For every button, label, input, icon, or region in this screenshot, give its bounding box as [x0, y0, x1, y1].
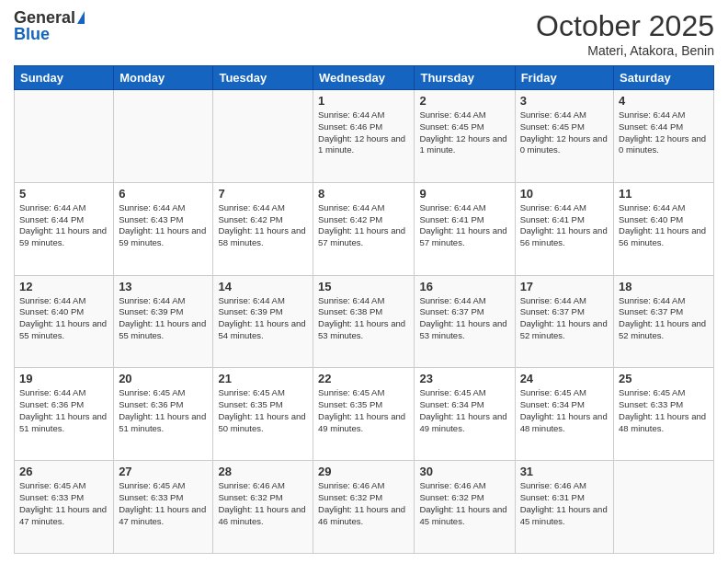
calendar-cell: 8Sunrise: 6:44 AM Sunset: 6:42 PM Daylig… — [313, 182, 415, 275]
day-info: Sunrise: 6:44 AM Sunset: 6:41 PM Dayligh… — [520, 202, 609, 249]
day-number: 16 — [419, 280, 509, 293]
calendar-cell: 19Sunrise: 6:44 AM Sunset: 6:36 PM Dayli… — [15, 368, 114, 461]
day-info: Sunrise: 6:44 AM Sunset: 6:46 PM Dayligh… — [318, 109, 409, 156]
calendar-cell: 30Sunrise: 6:46 AM Sunset: 6:32 PM Dayli… — [415, 461, 515, 554]
calendar-cell: 9Sunrise: 6:44 AM Sunset: 6:41 PM Daylig… — [415, 182, 515, 275]
calendar-cell: 17Sunrise: 6:44 AM Sunset: 6:37 PM Dayli… — [515, 275, 613, 368]
day-number: 18 — [619, 280, 709, 293]
day-info: Sunrise: 6:44 AM Sunset: 6:40 PM Dayligh… — [619, 202, 709, 249]
calendar-cell — [114, 90, 213, 183]
day-number: 11 — [619, 187, 709, 201]
calendar-cell: 10Sunrise: 6:44 AM Sunset: 6:41 PM Dayli… — [515, 182, 613, 275]
day-info: Sunrise: 6:44 AM Sunset: 6:44 PM Dayligh… — [19, 202, 108, 249]
calendar-cell: 2Sunrise: 6:44 AM Sunset: 6:45 PM Daylig… — [415, 90, 515, 183]
calendar-cell: 16Sunrise: 6:44 AM Sunset: 6:37 PM Dayli… — [415, 275, 515, 368]
calendar-cell: 22Sunrise: 6:45 AM Sunset: 6:35 PM Dayli… — [313, 368, 415, 461]
day-info: Sunrise: 6:45 AM Sunset: 6:35 PM Dayligh… — [218, 387, 308, 434]
day-info: Sunrise: 6:46 AM Sunset: 6:32 PM Dayligh… — [419, 480, 509, 527]
calendar-cell: 24Sunrise: 6:45 AM Sunset: 6:34 PM Dayli… — [515, 368, 613, 461]
page: General Blue October 2025 Materi, Atakor… — [0, 0, 728, 563]
calendar-title: October 2025 — [536, 9, 714, 43]
calendar-week-row: 1Sunrise: 6:44 AM Sunset: 6:46 PM Daylig… — [15, 90, 714, 183]
day-number: 3 — [520, 94, 609, 108]
day-number: 20 — [119, 372, 208, 385]
calendar-cell — [614, 461, 714, 554]
day-info: Sunrise: 6:45 AM Sunset: 6:36 PM Dayligh… — [119, 387, 208, 434]
calendar-week-row: 19Sunrise: 6:44 AM Sunset: 6:36 PM Dayli… — [15, 368, 714, 461]
day-number: 27 — [119, 465, 208, 478]
calendar-cell: 3Sunrise: 6:44 AM Sunset: 6:45 PM Daylig… — [515, 90, 613, 183]
day-number: 29 — [318, 465, 409, 478]
day-of-week-header: Wednesday — [313, 66, 415, 90]
logo-blue-text: Blue — [14, 26, 85, 42]
day-info: Sunrise: 6:44 AM Sunset: 6:39 PM Dayligh… — [218, 295, 308, 342]
day-number: 24 — [520, 372, 609, 385]
day-info: Sunrise: 6:44 AM Sunset: 6:44 PM Dayligh… — [619, 109, 709, 156]
day-info: Sunrise: 6:44 AM Sunset: 6:42 PM Dayligh… — [218, 202, 308, 249]
title-block: October 2025 Materi, Atakora, Benin — [536, 9, 714, 58]
day-number: 21 — [218, 372, 308, 385]
calendar-cell: 15Sunrise: 6:44 AM Sunset: 6:38 PM Dayli… — [313, 275, 415, 368]
calendar-cell: 18Sunrise: 6:44 AM Sunset: 6:37 PM Dayli… — [614, 275, 714, 368]
day-number: 19 — [19, 372, 108, 385]
day-number: 8 — [318, 187, 409, 201]
day-number: 9 — [419, 187, 509, 201]
day-info: Sunrise: 6:44 AM Sunset: 6:40 PM Dayligh… — [19, 295, 108, 342]
calendar-cell — [213, 90, 313, 183]
calendar-table: SundayMondayTuesdayWednesdayThursdayFrid… — [14, 65, 714, 554]
day-number: 1 — [318, 94, 409, 108]
calendar-cell: 5Sunrise: 6:44 AM Sunset: 6:44 PM Daylig… — [15, 182, 114, 275]
day-info: Sunrise: 6:44 AM Sunset: 6:45 PM Dayligh… — [520, 109, 609, 156]
day-of-week-header: Friday — [515, 66, 613, 90]
calendar-cell: 12Sunrise: 6:44 AM Sunset: 6:40 PM Dayli… — [15, 275, 114, 368]
calendar-cell: 29Sunrise: 6:46 AM Sunset: 6:32 PM Dayli… — [313, 461, 415, 554]
calendar-cell — [15, 90, 114, 183]
day-info: Sunrise: 6:45 AM Sunset: 6:34 PM Dayligh… — [520, 387, 609, 434]
calendar-cell: 31Sunrise: 6:46 AM Sunset: 6:31 PM Dayli… — [515, 461, 613, 554]
day-number: 4 — [619, 94, 709, 108]
calendar-week-row: 5Sunrise: 6:44 AM Sunset: 6:44 PM Daylig… — [15, 182, 714, 275]
day-number: 2 — [419, 94, 509, 108]
calendar-cell: 4Sunrise: 6:44 AM Sunset: 6:44 PM Daylig… — [614, 90, 714, 183]
day-of-week-header: Saturday — [614, 66, 714, 90]
logo-triangle-icon — [77, 11, 85, 24]
day-number: 22 — [318, 372, 409, 385]
calendar-cell: 13Sunrise: 6:44 AM Sunset: 6:39 PM Dayli… — [114, 275, 213, 368]
day-info: Sunrise: 6:44 AM Sunset: 6:37 PM Dayligh… — [419, 295, 509, 342]
day-number: 28 — [218, 465, 308, 478]
day-number: 23 — [419, 372, 509, 385]
day-info: Sunrise: 6:44 AM Sunset: 6:45 PM Dayligh… — [419, 109, 509, 156]
day-number: 15 — [318, 280, 409, 293]
day-info: Sunrise: 6:44 AM Sunset: 6:37 PM Dayligh… — [619, 295, 709, 342]
day-number: 10 — [520, 187, 609, 201]
day-number: 7 — [218, 187, 308, 201]
day-info: Sunrise: 6:44 AM Sunset: 6:39 PM Dayligh… — [119, 295, 208, 342]
day-info: Sunrise: 6:44 AM Sunset: 6:38 PM Dayligh… — [318, 295, 409, 342]
calendar-week-row: 26Sunrise: 6:45 AM Sunset: 6:33 PM Dayli… — [15, 461, 714, 554]
calendar-cell: 27Sunrise: 6:45 AM Sunset: 6:33 PM Dayli… — [114, 461, 213, 554]
day-number: 14 — [218, 280, 308, 293]
day-info: Sunrise: 6:44 AM Sunset: 6:43 PM Dayligh… — [119, 202, 208, 249]
day-of-week-header: Monday — [114, 66, 213, 90]
day-info: Sunrise: 6:45 AM Sunset: 6:35 PM Dayligh… — [318, 387, 409, 434]
day-info: Sunrise: 6:45 AM Sunset: 6:34 PM Dayligh… — [419, 387, 509, 434]
day-info: Sunrise: 6:44 AM Sunset: 6:37 PM Dayligh… — [520, 295, 609, 342]
day-info: Sunrise: 6:45 AM Sunset: 6:33 PM Dayligh… — [619, 387, 709, 434]
logo-general-text: General — [14, 9, 75, 26]
calendar-cell: 23Sunrise: 6:45 AM Sunset: 6:34 PM Dayli… — [415, 368, 515, 461]
day-number: 31 — [520, 465, 609, 478]
day-number: 30 — [419, 465, 509, 478]
day-number: 12 — [19, 280, 108, 293]
calendar-cell: 25Sunrise: 6:45 AM Sunset: 6:33 PM Dayli… — [614, 368, 714, 461]
calendar-cell: 14Sunrise: 6:44 AM Sunset: 6:39 PM Dayli… — [213, 275, 313, 368]
day-info: Sunrise: 6:46 AM Sunset: 6:32 PM Dayligh… — [218, 480, 308, 527]
calendar-cell: 6Sunrise: 6:44 AM Sunset: 6:43 PM Daylig… — [114, 182, 213, 275]
day-info: Sunrise: 6:46 AM Sunset: 6:32 PM Dayligh… — [318, 480, 409, 527]
day-number: 13 — [119, 280, 208, 293]
day-number: 6 — [119, 187, 208, 201]
calendar-week-row: 12Sunrise: 6:44 AM Sunset: 6:40 PM Dayli… — [15, 275, 714, 368]
day-info: Sunrise: 6:44 AM Sunset: 6:36 PM Dayligh… — [19, 387, 108, 434]
day-info: Sunrise: 6:46 AM Sunset: 6:31 PM Dayligh… — [520, 480, 609, 527]
day-number: 17 — [520, 280, 609, 293]
header: General Blue October 2025 Materi, Atakor… — [14, 9, 714, 58]
